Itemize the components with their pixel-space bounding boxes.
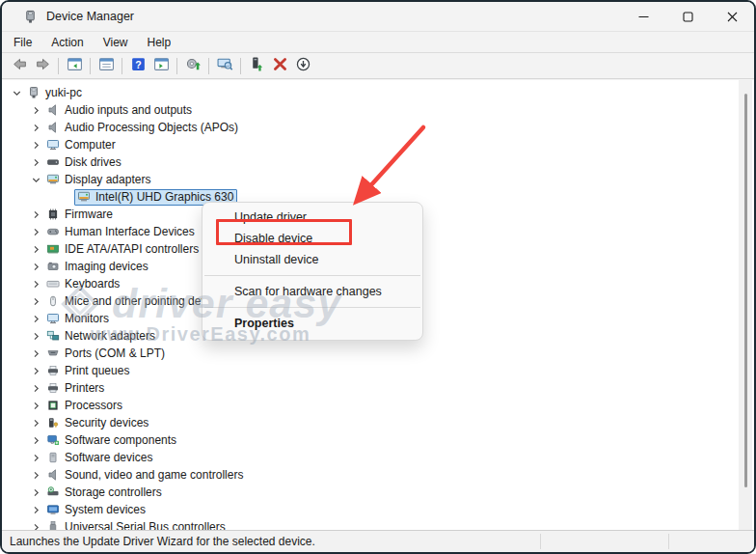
tree-item-sound-video-and-game-controllers[interactable]: Sound, video and game controllers xyxy=(2,466,754,484)
menubar: File Action View Help xyxy=(2,33,754,53)
chevron-right-icon[interactable] xyxy=(29,121,43,134)
tree-item-label: Universal Serial Bus controllers xyxy=(65,520,226,530)
properties-sheet-button[interactable] xyxy=(94,56,118,77)
enable-device-button[interactable] xyxy=(245,56,268,77)
chevron-right-icon[interactable] xyxy=(29,225,43,238)
speaker-icon xyxy=(45,103,60,117)
tree-item-label: Printers xyxy=(65,381,104,395)
chevron-down-icon[interactable] xyxy=(29,173,43,186)
tree-item-system-devices[interactable]: System devices xyxy=(2,501,754,518)
printer-icon xyxy=(45,364,60,377)
tree-item-label: Software components xyxy=(65,433,176,447)
minimize-button[interactable] xyxy=(621,2,665,31)
disk-icon xyxy=(45,155,60,169)
chevron-right-icon[interactable] xyxy=(29,399,43,412)
ide-icon xyxy=(45,242,60,256)
statusbar-separator xyxy=(540,534,541,549)
context-menu-item-uninstall-device[interactable]: Uninstall device xyxy=(202,249,422,270)
tree-item-yuki-pc[interactable]: yuki-pc xyxy=(2,84,754,101)
chip-icon xyxy=(45,208,60,221)
tree-item-label: Audio Processing Objects (APOs) xyxy=(65,121,238,134)
enable-device-icon xyxy=(249,56,265,76)
chevron-right-icon[interactable] xyxy=(29,503,43,516)
export-list-button[interactable] xyxy=(149,56,173,77)
keyboard-icon xyxy=(45,277,60,291)
help-button[interactable]: ? xyxy=(126,56,149,77)
chevron-right-icon[interactable] xyxy=(29,242,43,256)
chevron-right-icon[interactable] xyxy=(29,329,43,343)
system-icon xyxy=(45,503,60,516)
network-icon xyxy=(45,329,60,343)
show-console-tree-icon xyxy=(67,56,83,76)
chevron-right-icon[interactable] xyxy=(29,208,43,221)
tree-item-security-devices[interactable]: Security devices xyxy=(2,414,754,431)
toolbar-separator xyxy=(176,58,177,74)
scrollbar-thumb[interactable] xyxy=(744,94,747,487)
tree-item-processors[interactable]: Processors xyxy=(2,397,754,414)
close-button[interactable] xyxy=(710,2,754,31)
chevron-right-icon[interactable] xyxy=(29,138,43,152)
chevron-spacer xyxy=(60,190,74,204)
maximize-button[interactable] xyxy=(665,2,710,31)
chevron-right-icon[interactable] xyxy=(29,451,43,464)
update-driver-button[interactable] xyxy=(181,56,204,77)
chevron-right-icon[interactable] xyxy=(29,312,43,325)
menu-help[interactable]: Help xyxy=(138,33,181,52)
menu-action[interactable]: Action xyxy=(41,33,93,52)
context-menu-item-scan-for-hardware-changes[interactable]: Scan for hardware changes xyxy=(202,281,422,302)
chevron-right-icon[interactable] xyxy=(29,433,43,447)
disable-device-icon xyxy=(295,56,311,76)
disable-device-button[interactable] xyxy=(291,56,314,77)
chevron-right-icon[interactable] xyxy=(29,520,43,530)
tree-item-label: Keyboards xyxy=(65,277,120,291)
tree-item-storage-controllers[interactable]: Storage controllers xyxy=(2,484,754,501)
chevron-right-icon[interactable] xyxy=(29,277,43,291)
processor-icon xyxy=(45,399,60,412)
context-menu-item-properties[interactable]: Properties xyxy=(202,313,422,334)
security-icon xyxy=(45,416,60,429)
context-menu-separator xyxy=(204,275,420,276)
forward-button[interactable] xyxy=(31,56,54,77)
chevron-down-icon[interactable] xyxy=(10,86,24,99)
toolbar: ? xyxy=(2,54,754,79)
tree-item-software-components[interactable]: Software components xyxy=(2,431,754,449)
toolbar-separator xyxy=(90,58,91,74)
gamepad-icon xyxy=(45,225,60,238)
chevron-right-icon[interactable] xyxy=(29,260,43,273)
menu-view[interactable]: View xyxy=(94,33,138,52)
chevron-right-icon[interactable] xyxy=(29,155,43,169)
show-console-tree-button[interactable] xyxy=(63,56,86,77)
tree-item-print-queues[interactable]: Print queues xyxy=(2,362,754,379)
chevron-right-icon[interactable] xyxy=(29,468,43,482)
context-menu-separator xyxy=(204,307,420,308)
menu-file[interactable]: File xyxy=(4,33,41,52)
display-adapter-icon xyxy=(76,190,91,204)
window-title: Device Manager xyxy=(46,10,134,23)
chevron-right-icon[interactable] xyxy=(29,364,43,377)
uninstall-device-button[interactable] xyxy=(268,56,291,77)
vertical-scrollbar[interactable] xyxy=(739,80,752,530)
chevron-right-icon[interactable] xyxy=(29,381,43,395)
back-icon xyxy=(12,56,28,76)
tree-item-label: Storage controllers xyxy=(65,485,162,499)
svg-text:?: ? xyxy=(135,59,141,70)
chevron-right-icon[interactable] xyxy=(29,346,43,360)
tree-item-ports-com-lpt[interactable]: Ports (COM & LPT) xyxy=(2,345,754,362)
tree-item-label: Computer xyxy=(65,138,116,152)
tree-item-label: System devices xyxy=(65,503,146,516)
camera-icon xyxy=(45,260,60,273)
tree-item-software-devices[interactable]: Software devices xyxy=(2,449,754,466)
statusbar: Launches the Update Driver Wizard for th… xyxy=(2,530,754,552)
tree-item-printers[interactable]: Printers xyxy=(2,379,754,397)
chevron-right-icon[interactable] xyxy=(29,294,43,308)
back-button[interactable] xyxy=(8,56,31,77)
statusbar-text: Launches the Update Driver Wizard for th… xyxy=(10,535,315,548)
tree-item-label: IDE ATA/ATAPI controllers xyxy=(65,242,199,256)
update-driver-icon xyxy=(185,56,202,76)
chevron-right-icon[interactable] xyxy=(29,103,43,117)
scan-hardware-changes-button[interactable] xyxy=(213,56,236,77)
tree-item-universal-serial-bus-controllers[interactable]: Universal Serial Bus controllers xyxy=(2,518,754,530)
help-icon: ? xyxy=(130,56,147,76)
chevron-right-icon[interactable] xyxy=(29,485,43,499)
chevron-right-icon[interactable] xyxy=(29,416,43,429)
